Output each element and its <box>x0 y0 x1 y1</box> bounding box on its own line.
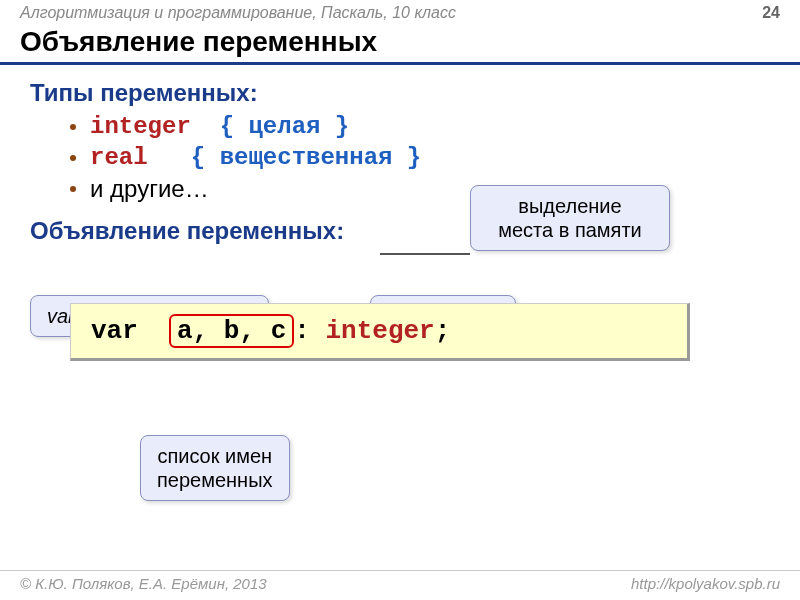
footer-authors: © К.Ю. Поляков, Е.А. Ерёмин, 2013 <box>20 575 267 592</box>
etc-text: и другие… <box>90 175 209 203</box>
bullet-icon <box>70 186 76 192</box>
course-label: Алгоритмизация и программирование, Паска… <box>20 4 456 22</box>
code-type: integer <box>325 316 434 346</box>
callout-text: список имен переменных <box>157 445 273 491</box>
code-declaration: var a, b, c: integer; <box>70 303 690 361</box>
type-item: real { вещественная } <box>70 144 770 171</box>
callout-list: список имен переменных <box>140 435 290 501</box>
connector-line <box>380 253 470 255</box>
code-semi: ; <box>435 316 451 346</box>
decl-label: Объявление переменных: <box>30 217 344 245</box>
type-comment: { целая } <box>220 113 350 140</box>
type-item: integer { целая } <box>70 113 770 140</box>
code-var: var <box>91 316 138 346</box>
code-names-box: a, b, c <box>169 314 294 348</box>
page-number: 24 <box>762 4 780 22</box>
type-keyword: real <box>90 144 148 171</box>
footer-url: http://kpolyakov.spb.ru <box>631 575 780 592</box>
code-names: a, b, c <box>177 316 286 346</box>
bullet-icon <box>70 124 76 130</box>
svg-marker-2 <box>205 412 225 438</box>
type-comment: { вещественная } <box>191 144 421 171</box>
code-colon: : <box>294 316 310 346</box>
callout-memory: выделение места в памяти <box>470 185 670 251</box>
type-keyword: integer <box>90 113 191 140</box>
slide-title: Объявление переменных <box>0 24 800 65</box>
bullet-icon <box>70 155 76 161</box>
types-label: Типы переменных: <box>30 79 770 107</box>
callout-text: выделение места в памяти <box>498 195 642 241</box>
